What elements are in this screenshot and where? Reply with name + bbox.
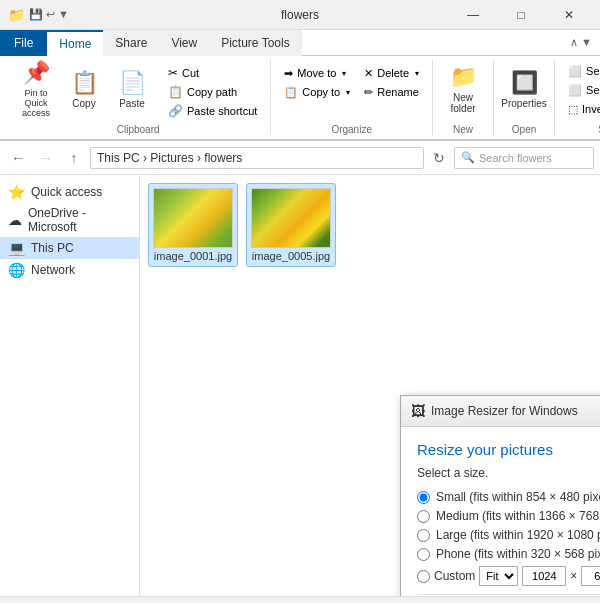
select-none-icon: ⬜ bbox=[568, 84, 582, 97]
scissors-icon: ✂ bbox=[168, 66, 178, 80]
image-resizer-dialog: 🖼 Image Resizer for Windows ✕ Resize you… bbox=[400, 395, 600, 596]
title-bar-left: 📁 💾 ↩ ▼ bbox=[8, 7, 69, 23]
copy-path-button[interactable]: 📋 Copy path bbox=[163, 83, 262, 101]
ribbon-group-select: ⬜ Select all ⬜ Select none ⬚ Invert sele… bbox=[555, 60, 600, 135]
ribbon: File Home Share View Picture Tools ∧ ▼ 📌… bbox=[0, 30, 600, 141]
organize-label: Organize bbox=[279, 122, 424, 135]
network-icon: 🌐 bbox=[8, 262, 25, 278]
properties-button[interactable]: 🔲 Properties bbox=[502, 62, 546, 116]
fit-select[interactable]: Fit bbox=[479, 566, 518, 586]
forward-button[interactable]: → bbox=[34, 146, 58, 170]
pin-to-quick-access-button[interactable]: 📌 Pin to Quick access bbox=[14, 62, 58, 116]
star-icon: ⭐ bbox=[8, 184, 25, 200]
sidebar-item-network[interactable]: 🌐 Network bbox=[0, 259, 139, 281]
view-large-icons-button[interactable]: ⊞ bbox=[570, 599, 592, 604]
paste-shortcut-icon: 🔗 bbox=[168, 104, 183, 118]
properties-icon: 🔲 bbox=[511, 70, 538, 96]
size-radio-small[interactable] bbox=[417, 491, 430, 504]
quick-access-toolbar: 💾 ↩ ▼ bbox=[29, 8, 69, 21]
size-radio-custom[interactable] bbox=[417, 570, 430, 583]
tab-share[interactable]: Share bbox=[103, 30, 159, 56]
ribbon-group-open: 🔲 Properties Open bbox=[494, 60, 555, 135]
custom-row: Custom Fit × Pixels bbox=[417, 566, 600, 586]
file-item[interactable]: image_0001.jpg bbox=[148, 183, 238, 267]
search-box[interactable]: 🔍 Search flowers bbox=[454, 147, 594, 169]
tab-file[interactable]: File bbox=[0, 30, 47, 56]
up-button[interactable]: ↑ bbox=[62, 146, 86, 170]
size-radio-phone[interactable] bbox=[417, 548, 430, 561]
select-none-button[interactable]: ⬜ Select none bbox=[563, 81, 600, 99]
copy-button[interactable]: 📋 Copy bbox=[62, 62, 106, 116]
custom-label: Custom bbox=[434, 569, 475, 583]
ribbon-group-organize: ➡ Move to ▾ 📋 Copy to ▾ ✕ Delete ▾ bbox=[271, 60, 433, 135]
x-label: × bbox=[570, 569, 577, 583]
paste-shortcut-button[interactable]: 🔗 Paste shortcut bbox=[163, 102, 262, 120]
size-radio-large[interactable] bbox=[417, 529, 430, 542]
dialog-title-bar: 🖼 Image Resizer for Windows ✕ bbox=[401, 396, 600, 427]
invert-icon: ⬚ bbox=[568, 103, 578, 116]
refresh-button[interactable]: ↻ bbox=[428, 147, 450, 169]
search-placeholder: Search flowers bbox=[479, 152, 552, 164]
sidebar-label: This PC bbox=[31, 241, 74, 255]
close-button[interactable]: ✕ bbox=[546, 0, 592, 30]
tab-home[interactable]: Home bbox=[47, 30, 103, 56]
back-button[interactable]: ← bbox=[6, 146, 30, 170]
view-details-button[interactable]: ☰ bbox=[544, 599, 566, 604]
address-path[interactable]: This PC › Pictures › flowers bbox=[90, 147, 424, 169]
minimize-button[interactable]: — bbox=[450, 0, 496, 30]
sidebar-label: OneDrive - Microsoft bbox=[28, 206, 131, 234]
tab-view[interactable]: View bbox=[159, 30, 209, 56]
size-option-phone: Phone (fits within 320 × 568 pixels) bbox=[417, 547, 600, 561]
file-name: image_0001.jpg bbox=[154, 250, 232, 262]
new-label: New bbox=[441, 122, 485, 135]
size-label-small: Small (fits within 854 × 480 pixels) bbox=[436, 490, 600, 504]
tab-picture-tools[interactable]: Picture Tools bbox=[209, 30, 301, 56]
size-label-medium: Medium (fits within 1366 × 768 pixels) bbox=[436, 509, 600, 523]
ribbon-group-new: 📁 New folder New bbox=[433, 60, 494, 135]
size-label-phone: Phone (fits within 320 × 568 pixels) bbox=[436, 547, 600, 561]
pin-icon: 📌 bbox=[23, 60, 50, 86]
ribbon-collapse-btn[interactable]: ∧ ▼ bbox=[562, 30, 600, 56]
file-item[interactable]: image_0005.jpg bbox=[246, 183, 336, 267]
sidebar-item-this-pc[interactable]: 💻 This PC bbox=[0, 237, 139, 259]
size-option-small: Small (fits within 854 × 480 pixels) bbox=[417, 490, 600, 504]
ribbon-tabs: File Home Share View Picture Tools ∧ ▼ bbox=[0, 30, 600, 56]
sidebar-label: Quick access bbox=[31, 185, 102, 199]
sidebar: ⭐ Quick access ☁ OneDrive - Microsoft 💻 … bbox=[0, 175, 140, 596]
copy-to-button[interactable]: 📋 Copy to ▾ bbox=[279, 83, 355, 101]
height-input[interactable] bbox=[581, 566, 600, 586]
maximize-button[interactable]: □ bbox=[498, 0, 544, 30]
delete-button[interactable]: ✕ Delete ▾ bbox=[359, 64, 424, 82]
width-input[interactable] bbox=[522, 566, 566, 586]
dialog-subtitle: Select a size. bbox=[417, 466, 600, 480]
cut-button[interactable]: ✂ Cut bbox=[163, 64, 262, 82]
ribbon-content: 📌 Pin to Quick access 📋 Copy 📄 Paste ✂ C bbox=[0, 56, 600, 140]
open-label: Open bbox=[502, 122, 546, 135]
move-to-button[interactable]: ➡ Move to ▾ bbox=[279, 64, 355, 82]
sidebar-item-onedrive[interactable]: ☁ OneDrive - Microsoft bbox=[0, 203, 139, 237]
paste-button[interactable]: 📄 Paste bbox=[110, 62, 154, 116]
window-controls: — □ ✕ bbox=[450, 0, 592, 30]
sidebar-item-quick-access[interactable]: ⭐ Quick access bbox=[0, 181, 139, 203]
invert-selection-button[interactable]: ⬚ Invert selection bbox=[563, 100, 600, 118]
address-bar: ← → ↑ This PC › Pictures › flowers ↻ 🔍 S… bbox=[0, 141, 600, 175]
copy-to-icon: 📋 bbox=[284, 86, 298, 99]
clipboard-label: Clipboard bbox=[14, 122, 262, 135]
dialog-title: Image Resizer for Windows bbox=[431, 404, 578, 418]
folder-icon: 📁 bbox=[450, 64, 477, 90]
size-option-large: Large (fits within 1920 × 1080 pixels) bbox=[417, 528, 600, 542]
search-icon: 🔍 bbox=[461, 151, 475, 164]
select-all-button[interactable]: ⬜ Select all bbox=[563, 62, 600, 80]
delete-icon: ✕ bbox=[364, 67, 373, 80]
rename-button[interactable]: ✏ Rename bbox=[359, 83, 424, 101]
copy-icon: 📋 bbox=[71, 70, 98, 96]
new-folder-button[interactable]: 📁 New folder bbox=[441, 62, 485, 116]
size-radio-medium[interactable] bbox=[417, 510, 430, 523]
rename-icon: ✏ bbox=[364, 86, 373, 99]
file-thumbnail bbox=[153, 188, 233, 248]
status-bar: 8 items 8 items selected 300 KB ☰ ⊞ bbox=[0, 596, 600, 603]
select-all-icon: ⬜ bbox=[568, 65, 582, 78]
copy-path-icon: 📋 bbox=[168, 85, 183, 99]
main-area: ⭐ Quick access ☁ OneDrive - Microsoft 💻 … bbox=[0, 175, 600, 596]
sidebar-label: Network bbox=[31, 263, 75, 277]
